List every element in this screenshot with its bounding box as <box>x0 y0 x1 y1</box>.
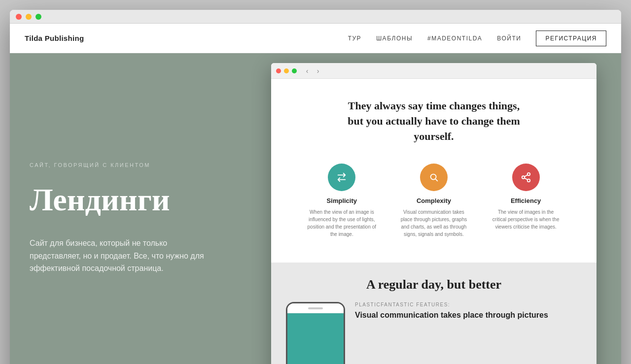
left-panel: САЙТ, ГОВОРЯЩИЙ С КЛИЕНТОМ Лендинги Сайт… <box>10 53 251 364</box>
simplicity-icon-circle <box>328 164 355 191</box>
browser-minimize <box>284 68 289 73</box>
phone-screen <box>287 313 344 364</box>
main-window: Tilda Publishing ТУР ШАБЛОНЫ #MADEONTILD… <box>10 10 621 364</box>
phone-speaker <box>308 307 323 309</box>
browser-maximize <box>292 68 297 73</box>
complexity-label: Complexity <box>417 197 451 204</box>
browser-toolbar: ‹ › <box>271 63 596 79</box>
panel-description: Сайт для бизнеса, который не только пред… <box>30 237 217 275</box>
svg-point-2 <box>522 176 525 179</box>
browser-content: They always say time changes things, but… <box>271 79 596 364</box>
nav-templates[interactable]: ШАБЛОНЫ <box>376 35 413 42</box>
browser-close <box>276 68 281 73</box>
close-button[interactable] <box>16 14 22 20</box>
svg-point-0 <box>431 174 436 180</box>
maximize-button[interactable] <box>35 14 41 20</box>
side-heading: Visual communication takes place through… <box>355 310 582 321</box>
features-row: Simplicity When the view of an image is … <box>286 159 582 248</box>
inner-section-2-content: PLASTICFANTASTIC features: Visual commun… <box>286 302 582 364</box>
browser-nav: ‹ › <box>303 67 322 75</box>
side-content: PLASTICFANTASTIC features: Visual commun… <box>355 302 582 321</box>
feature-efficiency: Efficiency The view of images in the cri… <box>491 164 561 238</box>
browser-back-icon[interactable]: ‹ <box>303 67 312 75</box>
inner-quote: They always say time changes things, but… <box>340 99 527 144</box>
site-logo[interactable]: Tilda Publishing <box>25 34 84 42</box>
side-label: PLASTICFANTASTIC features: <box>355 302 582 307</box>
panel-title: Лендинги <box>30 183 232 217</box>
nav-login[interactable]: ВОЙТИ <box>497 35 521 42</box>
browser-forward-icon[interactable]: › <box>314 67 322 75</box>
panel-subtitle: САЙТ, ГОВОРЯЩИЙ С КЛИЕНТОМ <box>30 162 232 168</box>
svg-point-1 <box>527 173 530 176</box>
register-button[interactable]: РЕГИСТРАЦИЯ <box>536 31 606 46</box>
feature-complexity: Complexity Visual communication takes pl… <box>399 164 468 238</box>
shuffle-icon <box>336 172 347 183</box>
phone-mockup <box>286 302 345 364</box>
nav-links: ТУР ШАБЛОНЫ #MADEONTILDA ВОЙТИ РЕГИСТРАЦ… <box>348 31 606 46</box>
feature-simplicity: Simplicity When the view of an image is … <box>307 164 376 238</box>
complexity-icon-circle <box>420 164 448 191</box>
browser-mockup: ‹ › They always say time changes things,… <box>271 63 596 364</box>
efficiency-desc: The view of images in the critical persp… <box>491 208 561 231</box>
navbar: Tilda Publishing ТУР ШАБЛОНЫ #MADEONTILD… <box>10 24 621 53</box>
search-icon <box>428 172 439 183</box>
share-icon <box>521 172 531 183</box>
inner-title-2: A regular day, but better <box>286 277 582 292</box>
main-content: САЙТ, ГОВОРЯЩИЙ С КЛИЕНТОМ Лендинги Сайт… <box>10 53 621 364</box>
svg-point-3 <box>527 179 530 182</box>
phone-top <box>287 303 344 313</box>
simplicity-label: Simplicity <box>327 197 357 204</box>
simplicity-desc: When the view of an image is influenced … <box>307 208 376 238</box>
titlebar <box>10 10 621 24</box>
efficiency-label: Efficiency <box>511 197 541 204</box>
efficiency-icon-circle <box>512 164 540 191</box>
nav-madeontilda[interactable]: #MADEONTILDA <box>427 35 482 42</box>
inner-section-1: They always say time changes things, but… <box>271 79 596 263</box>
inner-section-2: A regular day, but better <box>271 263 596 364</box>
minimize-button[interactable] <box>26 14 32 20</box>
nav-tour[interactable]: ТУР <box>348 35 361 42</box>
complexity-desc: Visual communication takes place through… <box>399 208 468 238</box>
right-panel: ‹ › They always say time changes things,… <box>251 53 621 364</box>
